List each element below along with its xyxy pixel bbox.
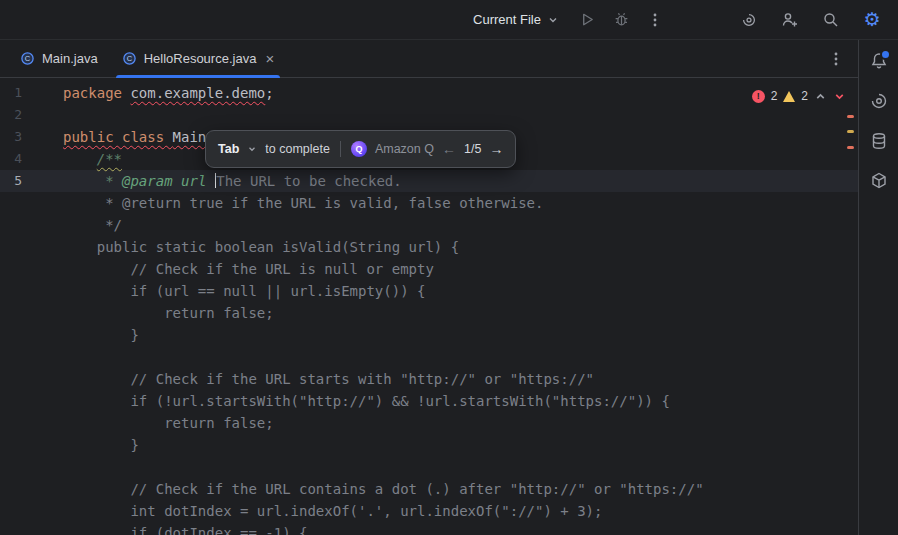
tab-options-button[interactable] xyxy=(814,40,858,77)
line-number[interactable]: 4 xyxy=(0,148,40,170)
next-suggestion-arrow-icon[interactable]: → xyxy=(489,142,503,156)
inspections-widget[interactable]: ! 2 2 xyxy=(752,85,846,107)
code-line[interactable]: if (url == null || url.isEmpty()) { xyxy=(0,280,858,302)
tab-key-label[interactable]: Tab xyxy=(218,138,239,160)
previous-suggestion-arrow-icon[interactable]: ← xyxy=(442,142,456,156)
search-everywhere-button[interactable] xyxy=(817,6,845,34)
ai-chat-button[interactable] xyxy=(735,6,763,34)
code-line[interactable]: 2 xyxy=(0,104,858,126)
line-number[interactable]: 1 xyxy=(0,82,40,104)
dependencies-tool-button[interactable] xyxy=(869,171,889,191)
line-number[interactable] xyxy=(0,236,40,258)
toolbar-right-group: ⚙ xyxy=(735,6,886,34)
code-token: public class xyxy=(63,129,173,145)
run-configuration-selector[interactable]: Current File xyxy=(465,7,567,32)
notification-dot xyxy=(880,49,891,60)
search-icon xyxy=(822,11,840,29)
gear-icon: ⚙ xyxy=(863,11,880,29)
code-line[interactable]: int dotIndex = url.indexOf('.', url.inde… xyxy=(0,500,858,522)
code-text: package com.example.demo; xyxy=(40,82,274,104)
code-line[interactable] xyxy=(0,456,858,478)
code-token: return false; xyxy=(63,305,274,321)
line-number[interactable] xyxy=(0,478,40,500)
code-token: // Check if the URL contains a dot (.) a… xyxy=(63,481,704,497)
code-line[interactable]: // Check if the URL starts with "http://… xyxy=(0,368,858,390)
ai-chat-icon xyxy=(740,11,758,29)
code-text: if (!url.startsWith("http://") && !url.s… xyxy=(40,390,670,412)
chevron-down-icon[interactable] xyxy=(247,144,257,154)
error-stripe-mark[interactable] xyxy=(847,146,854,149)
error-stripe-mark[interactable] xyxy=(847,130,854,133)
settings-button[interactable]: ⚙ xyxy=(858,6,886,34)
line-number[interactable] xyxy=(0,258,40,280)
tab-close-icon[interactable]: × xyxy=(265,51,274,66)
code-editor[interactable]: 1package com.example.demo;23public class… xyxy=(0,78,858,535)
line-number[interactable] xyxy=(0,368,40,390)
code-line[interactable]: // Check if the URL contains a dot (.) a… xyxy=(0,478,858,500)
line-number[interactable] xyxy=(0,434,40,456)
code-text xyxy=(40,456,63,478)
line-number[interactable] xyxy=(0,500,40,522)
code-line[interactable]: return false; xyxy=(0,302,858,324)
line-number[interactable] xyxy=(0,192,40,214)
error-stripe-mark[interactable] xyxy=(847,115,854,118)
java-class-icon: C xyxy=(20,51,35,66)
tab-helloresource-java[interactable]: C HelloResource.java × xyxy=(110,40,287,77)
tab-main-java[interactable]: C Main.java xyxy=(8,40,110,77)
database-tool-button[interactable] xyxy=(869,131,889,151)
line-number[interactable] xyxy=(0,214,40,236)
code-line[interactable]: * @return true if the URL is valid, fals… xyxy=(0,192,858,214)
line-number[interactable] xyxy=(0,346,40,368)
ai-assistant-tool-button[interactable] xyxy=(869,91,889,111)
right-tool-stripe xyxy=(858,40,898,535)
code-line[interactable]: public static boolean isValid(String url… xyxy=(0,236,858,258)
code-line[interactable]: */ xyxy=(0,214,858,236)
code-token: int dotIndex = url.indexOf('.', url.inde… xyxy=(63,503,602,519)
svg-text:C: C xyxy=(126,54,132,63)
line-number[interactable] xyxy=(0,412,40,434)
code-line[interactable]: 5 * @param url The URL to be checked. xyxy=(0,170,858,192)
line-number[interactable] xyxy=(0,390,40,412)
code-line[interactable]: 1package com.example.demo; xyxy=(0,82,858,104)
line-number[interactable] xyxy=(0,522,40,535)
line-number[interactable] xyxy=(0,280,40,302)
code-token: Main xyxy=(173,129,207,145)
line-number[interactable] xyxy=(0,324,40,346)
code-token: com.example.demo xyxy=(130,85,265,101)
inline-completion-popup: Tab to complete Q Amazon Q ← 1/5 → xyxy=(205,130,516,168)
line-number[interactable]: 5 xyxy=(0,170,40,192)
code-token: url xyxy=(181,173,215,189)
code-text: /** xyxy=(40,148,122,170)
code-with-me-button[interactable] xyxy=(776,6,804,34)
code-line[interactable]: } xyxy=(0,324,858,346)
line-number[interactable]: 3 xyxy=(0,126,40,148)
line-number[interactable] xyxy=(0,456,40,478)
code-token: if (url == null || url.isEmpty()) { xyxy=(63,283,425,299)
previous-problem-icon[interactable] xyxy=(814,90,827,103)
kebab-menu-icon xyxy=(647,12,663,28)
code-line[interactable]: } xyxy=(0,434,858,456)
popup-divider xyxy=(340,141,341,157)
code-line[interactable]: if (dotIndex == -1) { xyxy=(0,522,858,535)
code-line[interactable]: return false; xyxy=(0,412,858,434)
line-number[interactable]: 2 xyxy=(0,104,40,126)
kebab-menu-icon xyxy=(828,51,844,67)
code-text xyxy=(40,104,63,126)
run-button[interactable] xyxy=(573,6,601,34)
code-line[interactable]: // Check if the URL is null or empty xyxy=(0,258,858,280)
more-actions-button[interactable] xyxy=(641,6,669,34)
debug-button[interactable] xyxy=(607,6,635,34)
code-text: */ xyxy=(40,214,122,236)
code-text: return false; xyxy=(40,302,274,324)
code-line[interactable] xyxy=(0,346,858,368)
notifications-button[interactable] xyxy=(869,51,889,71)
code-text: return false; xyxy=(40,412,274,434)
error-stripe[interactable] xyxy=(844,78,858,535)
suggestion-counter: 1/5 xyxy=(464,138,481,160)
code-line[interactable]: if (!url.startsWith("http://") && !url.s… xyxy=(0,390,858,412)
code-text: public static boolean isValid(String url… xyxy=(40,236,459,258)
code-token: public static boolean isValid(String url… xyxy=(63,239,459,255)
code-text: } xyxy=(40,434,139,456)
tab-label: Main.java xyxy=(42,51,98,66)
line-number[interactable] xyxy=(0,302,40,324)
